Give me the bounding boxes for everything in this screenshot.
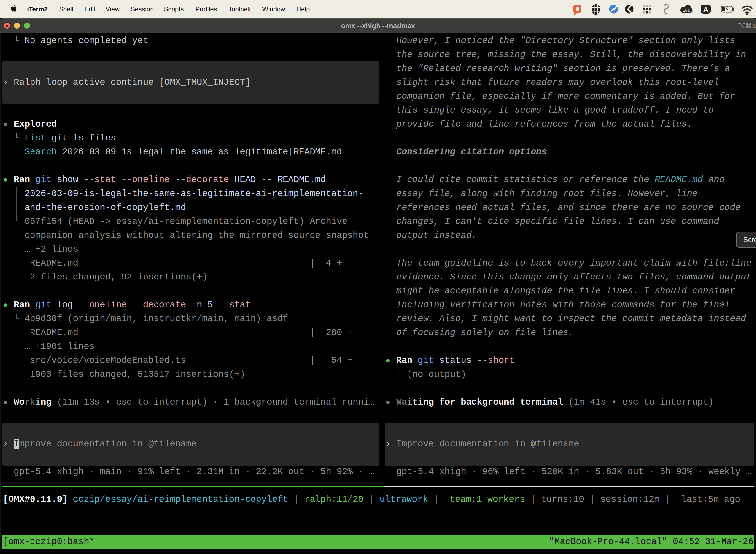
- svg-text:A: A: [703, 5, 709, 14]
- svg-text:1: 1: [752, 22, 756, 29]
- svg-text:..61: ..61: [683, 8, 690, 13]
